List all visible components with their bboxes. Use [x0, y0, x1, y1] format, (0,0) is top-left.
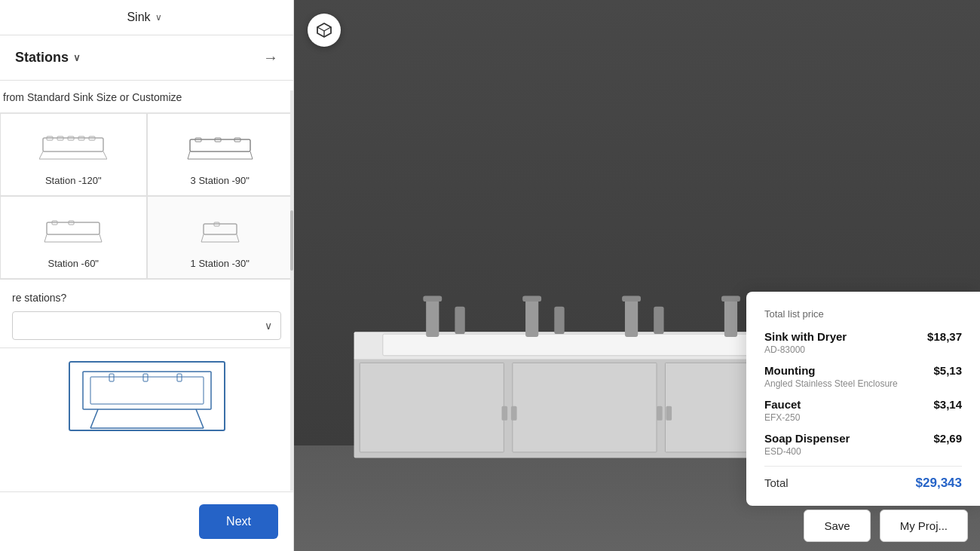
stations-chevron-icon: ∨: [73, 52, 81, 63]
svg-line-19: [44, 234, 47, 242]
sink-option-60-label: Station -60": [48, 258, 100, 269]
svg-line-25: [237, 234, 239, 242]
sink-option-90-label: 3 Station -90": [191, 175, 250, 186]
faucet-sku: EFX-250: [764, 412, 962, 423]
svg-rect-38: [513, 363, 657, 453]
sink-label: Sink: [127, 11, 150, 24]
total-label: Total: [764, 476, 789, 489]
svg-rect-41: [511, 406, 517, 421]
svg-line-20: [100, 234, 102, 242]
price-row-soap: Soap Dispenser $2,69: [764, 432, 962, 445]
svg-line-14: [250, 152, 253, 159]
svg-rect-32: [177, 374, 182, 381]
blueprint-svg: [68, 360, 226, 432]
left-panel-scroll: from Standard Sink Size or Customize: [0, 81, 293, 491]
svg-line-24: [201, 234, 204, 242]
cube-view-button[interactable]: [308, 14, 341, 47]
svg-line-60: [317, 27, 324, 31]
bottom-action-bar: Save My Proj...: [792, 500, 980, 551]
scroll-thumb: [290, 210, 293, 271]
soap-label: Soap Dispenser: [764, 432, 850, 445]
svg-rect-50: [625, 298, 638, 338]
svg-rect-52: [724, 298, 737, 338]
sink-header[interactable]: Sink ∨: [0, 0, 293, 35]
svg-line-7: [103, 152, 107, 159]
svg-rect-16: [47, 222, 100, 234]
stations-dropdown[interactable]: 2 Stations 3 Stations 4 Stations 5 Stati…: [12, 311, 281, 340]
svg-rect-29: [90, 377, 204, 404]
faucet-price: $3,14: [933, 398, 962, 411]
svg-rect-47: [423, 296, 442, 302]
next-button[interactable]: Next: [199, 504, 278, 539]
svg-rect-42: [657, 406, 663, 421]
svg-line-33: [90, 409, 98, 428]
sink-dryer-sku: AD-83000: [764, 344, 962, 355]
price-panel-title: Total list price: [764, 308, 962, 320]
sink-option-30[interactable]: 1 Station -30": [147, 196, 294, 279]
svg-rect-43: [666, 406, 672, 421]
price-divider: [764, 466, 962, 467]
more-stations-section: re stations? 2 Stations 3 Stations 4 Sta…: [0, 280, 293, 348]
sink-illustration-90: [155, 121, 286, 169]
sink-illustration-60: [8, 204, 139, 252]
stations-label-group: Stations ∨: [15, 50, 81, 66]
svg-rect-55: [554, 307, 564, 334]
stations-text: Stations: [15, 50, 69, 66]
faucet-label: Faucet: [764, 398, 801, 411]
svg-rect-54: [455, 307, 464, 334]
svg-rect-37: [360, 363, 504, 453]
mounting-price: $5,13: [933, 364, 962, 377]
left-panel: Sink ∨ Stations ∨ → from Standard Sink S…: [0, 0, 294, 551]
svg-rect-46: [426, 298, 439, 338]
sink-options-grid: Station -120" 3 Station -90": [0, 113, 293, 280]
cube-icon: [316, 22, 332, 38]
svg-line-6: [39, 152, 43, 159]
svg-line-61: [324, 27, 331, 31]
svg-rect-48: [525, 298, 538, 338]
more-stations-label: re stations?: [12, 292, 281, 304]
price-row-mounting: Mounting $5,13: [764, 364, 962, 377]
blueprint-preview-section: [0, 348, 293, 491]
sink-option-90[interactable]: 3 Station -90": [147, 113, 294, 196]
mounting-sku: Angled Stainless Steel Enclosure: [764, 378, 962, 389]
svg-rect-51: [622, 296, 641, 302]
svg-rect-56: [654, 307, 663, 334]
stations-dropdown-wrapper[interactable]: 2 Stations 3 Stations 4 Stations 5 Stati…: [12, 311, 281, 340]
sink-option-120[interactable]: Station -120": [0, 113, 147, 196]
svg-rect-40: [502, 406, 508, 421]
sink-illustration-30: [155, 204, 286, 252]
scene-background: Total list price Sink with Dryer $18,37 …: [294, 0, 980, 551]
sink-illustration-120: [8, 121, 139, 169]
right-panel: Total list price Sink with Dryer $18,37 …: [294, 0, 980, 551]
svg-rect-22: [204, 224, 237, 234]
svg-rect-53: [721, 296, 740, 302]
customize-label: from Standard Sink Size or Customize: [0, 81, 293, 113]
stations-row[interactable]: Stations ∨ →: [0, 35, 293, 81]
svg-rect-9: [190, 139, 250, 152]
soap-price: $2,69: [933, 432, 962, 445]
my-projects-button[interactable]: My Proj...: [880, 510, 968, 542]
soap-sku: ESD-400: [764, 446, 962, 457]
svg-rect-31: [143, 374, 148, 381]
scroll-indicator: [290, 90, 293, 491]
sink-dryer-price: $18,37: [927, 330, 962, 343]
price-panel: Total list price Sink with Dryer $18,37 …: [746, 292, 980, 506]
svg-line-34: [196, 409, 204, 428]
total-value: $29,343: [916, 476, 962, 491]
mounting-label: Mounting: [764, 364, 815, 377]
svg-line-13: [188, 152, 190, 159]
sink-option-120-label: Station -120": [45, 175, 102, 186]
sink-chevron-icon: ∨: [155, 12, 162, 23]
sink-dryer-label: Sink with Dryer: [764, 330, 847, 343]
sink-option-30-label: 1 Station -30": [191, 258, 250, 269]
price-row-sink: Sink with Dryer $18,37: [764, 330, 962, 343]
bottom-bar: Next: [0, 491, 293, 551]
svg-rect-45: [383, 334, 801, 356]
price-total-row: Total $29,343: [764, 476, 962, 491]
svg-rect-30: [109, 374, 114, 381]
save-button[interactable]: Save: [804, 510, 870, 542]
sink-option-60[interactable]: Station -60": [0, 196, 147, 279]
price-row-faucet: Faucet $3,14: [764, 398, 962, 411]
stations-arrow-icon: →: [263, 49, 278, 66]
svg-rect-49: [522, 296, 541, 302]
